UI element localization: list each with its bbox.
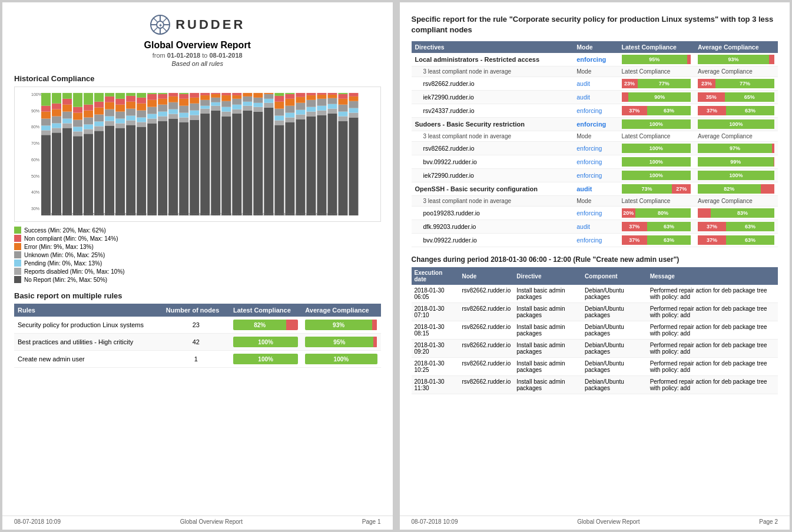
svg-rect-103 xyxy=(168,97,178,102)
sub-header-row: 3 least compliant node in average Mode L… xyxy=(412,196,778,207)
svg-rect-27 xyxy=(52,104,61,109)
svg-rect-19 xyxy=(41,112,51,119)
svg-rect-77 xyxy=(126,93,135,96)
svg-text:01/09: 01/09 xyxy=(128,212,138,216)
directive-name: Install basic admin packages xyxy=(513,285,582,303)
svg-rect-95 xyxy=(158,105,167,112)
svg-rect-192 xyxy=(327,98,337,104)
col-message: Message xyxy=(647,267,778,285)
node-name: rsv24337.rudder.io xyxy=(412,104,574,118)
svg-rect-69 xyxy=(115,99,125,105)
basic-rules-table: Rules Number of nodes Latest Compliance … xyxy=(14,304,381,368)
svg-rect-94 xyxy=(158,112,167,117)
specific-report-table: Directives Mode Latest Compliance Averag… xyxy=(412,41,778,247)
rule-name: Best practices and utilities - High crit… xyxy=(14,334,163,351)
node-row: dfk.99203.rudder.io audit 37% 63% 37% 63… xyxy=(412,220,778,234)
svg-text:30%: 30% xyxy=(31,207,39,211)
svg-rect-59 xyxy=(105,117,114,121)
historical-title: Historical Compliance xyxy=(14,74,381,83)
svg-rect-88 xyxy=(147,107,157,114)
footer-timestamp: 08-07-2018 10:09 xyxy=(412,518,458,525)
node-row: rsv82662.rudder.io enforcing 100% 97% xyxy=(412,142,778,155)
node-row: rsv82662.rudder.io audit 23% 77% 23% 77% xyxy=(412,77,778,91)
legend-error-label: Error (Min: 9%, Max: 13%) xyxy=(24,244,94,250)
svg-rect-37 xyxy=(73,131,82,136)
svg-rect-55 xyxy=(94,102,104,108)
svg-text:01/13: 01/13 xyxy=(168,212,177,216)
page1-footer: 08-07-2018 10:09 Global Overview Report … xyxy=(2,516,393,525)
node-name: bvv.09922.rudder.io xyxy=(412,234,574,247)
svg-rect-28 xyxy=(52,93,61,104)
svg-rect-89 xyxy=(147,100,157,107)
svg-rect-41 xyxy=(73,107,82,113)
svg-rect-16 xyxy=(41,130,51,135)
directive-name: OpenSSH - Basic security configuration xyxy=(412,182,574,196)
node-count: 42 xyxy=(163,334,230,351)
basic-report-title: Basic report on multiple rules xyxy=(14,291,381,300)
sub-header-label: 3 least compliant node in average xyxy=(412,66,574,77)
exec-date: 2018-01-30 10:25 xyxy=(412,358,459,376)
svg-rect-74 xyxy=(126,109,135,116)
svg-rect-104 xyxy=(168,93,178,97)
node-mode: enforcing xyxy=(573,155,618,169)
exec-date: 2018-01-30 07:10 xyxy=(412,303,459,321)
sub-header-row: 3 least compliant node in average Mode L… xyxy=(412,66,778,77)
svg-rect-183 xyxy=(317,115,326,216)
svg-rect-144 xyxy=(243,102,252,106)
changes-row: 2018-01-30 07:10 rsv82662.rudder.io Inst… xyxy=(412,303,778,321)
report-date: from 01-01-2018 to 08-01-2018 xyxy=(14,52,381,59)
svg-rect-140 xyxy=(232,95,241,99)
svg-rect-109 xyxy=(179,99,188,106)
node-name: bvv.09922.rudder.io xyxy=(412,155,574,169)
svg-rect-158 xyxy=(274,121,284,125)
svg-rect-189 xyxy=(327,114,337,215)
sub-header-avg: Average Compliance xyxy=(694,131,778,142)
svg-rect-66 xyxy=(115,119,125,124)
svg-text:01/23: 01/23 xyxy=(263,212,272,216)
svg-rect-168 xyxy=(285,99,294,106)
legend-noreport-color xyxy=(14,276,21,283)
node-latest: 100% xyxy=(618,142,694,155)
svg-text:50%: 50% xyxy=(31,174,39,178)
node-mode: audit xyxy=(573,220,618,234)
legend-success-color xyxy=(14,227,21,234)
svg-rect-21 xyxy=(41,93,51,106)
svg-text:90%: 90% xyxy=(31,109,39,113)
svg-rect-105 xyxy=(179,122,188,215)
svg-rect-72 xyxy=(126,121,135,125)
svg-text:01/03: 01/03 xyxy=(65,212,74,216)
node-name: rsv82662.rudder.io xyxy=(459,303,513,321)
legend-noncompliant-label: Non compliant (Min: 0%, Max: 14%) xyxy=(24,235,118,242)
svg-rect-68 xyxy=(115,105,125,112)
table-row: Security policy for production Linux sys… xyxy=(14,317,381,334)
svg-rect-148 xyxy=(253,107,263,112)
historical-chart: 100% 90% 80% 70% 60% 50% 40% 30% xyxy=(14,87,381,222)
svg-rect-177 xyxy=(306,117,316,216)
message-text: Performed repair action for deb package … xyxy=(647,340,778,358)
svg-rect-116 xyxy=(190,98,199,104)
footer-page: Page 2 xyxy=(759,518,778,525)
node-name: iek72990.rudder.io xyxy=(412,169,574,182)
directive-name: Install basic admin packages xyxy=(513,303,582,321)
svg-text:60%: 60% xyxy=(31,158,39,162)
svg-rect-185 xyxy=(317,106,326,111)
col-latest-compliance: Latest Compliance xyxy=(618,41,694,53)
svg-rect-67 xyxy=(115,112,125,119)
directive-avg: 100% xyxy=(694,118,778,131)
svg-text:01/27: 01/27 xyxy=(300,212,310,216)
node-name: rsv82662.rudder.io xyxy=(459,376,513,394)
svg-rect-73 xyxy=(126,116,135,121)
svg-text:01/08: 01/08 xyxy=(118,212,127,216)
svg-text:01/07: 01/07 xyxy=(107,212,117,216)
svg-rect-101 xyxy=(168,109,178,114)
svg-text:70%: 70% xyxy=(31,141,39,145)
svg-rect-80 xyxy=(137,118,146,122)
node-avg: 35% 65% xyxy=(694,91,778,104)
col-mode: Mode xyxy=(573,41,618,53)
svg-text:80%: 80% xyxy=(31,125,39,129)
exec-date: 2018-01-30 06:05 xyxy=(412,285,459,303)
svg-rect-166 xyxy=(285,113,294,118)
svg-rect-112 xyxy=(190,120,199,216)
svg-rect-115 xyxy=(190,104,199,111)
svg-rect-198 xyxy=(338,105,347,112)
